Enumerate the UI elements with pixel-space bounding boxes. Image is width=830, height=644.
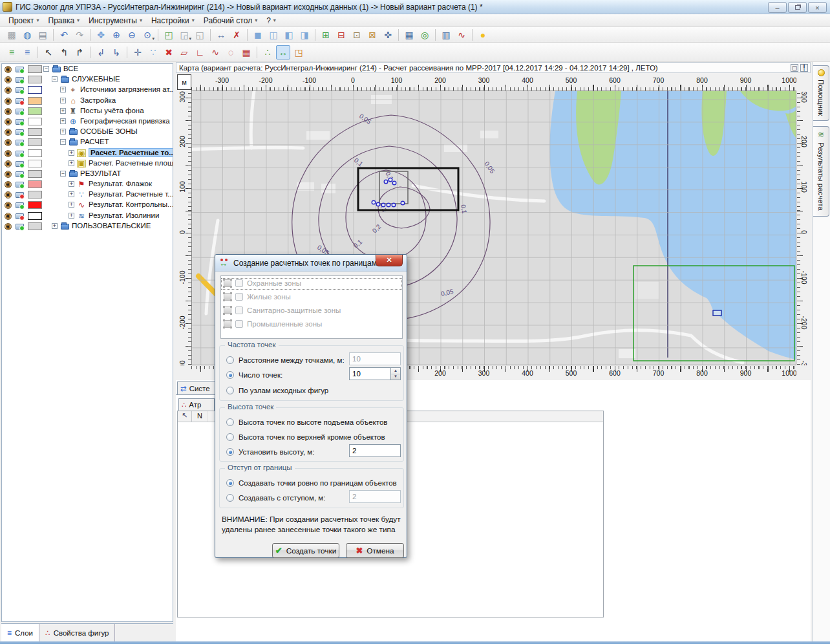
print-icon[interactable] <box>16 161 24 167</box>
visibility-icon[interactable] <box>5 118 12 125</box>
tree-label[interactable]: Расчет. Расчетные то... <box>89 148 173 157</box>
calculation-point[interactable] <box>392 203 396 207</box>
spinner-down-icon[interactable]: ▼ <box>391 374 400 380</box>
collapse-icon[interactable]: − <box>60 171 66 177</box>
layer-swatch[interactable] <box>28 201 42 209</box>
zone-checkbox[interactable] <box>235 293 243 301</box>
zone-item[interactable]: Жилые зоны <box>221 292 402 303</box>
distance-input[interactable] <box>349 352 401 365</box>
radio-count[interactable]: Число точек: <box>226 370 282 380</box>
cancel-button[interactable]: ✖Отмена <box>346 543 404 558</box>
visibility-icon[interactable] <box>5 202 12 209</box>
count-input[interactable] <box>349 367 391 380</box>
menu-item-1[interactable]: Правка▾ <box>44 15 85 27</box>
shape-subtract-icon[interactable]: ◫ <box>266 28 281 42</box>
undo-icon[interactable]: ↶ <box>57 28 71 42</box>
radio-count-circle[interactable] <box>226 371 234 379</box>
radio-height-rise[interactable]: Высота точек по высоте подъема объектов <box>226 417 387 427</box>
expand-icon[interactable]: + <box>60 129 66 134</box>
minimize-button[interactable]: – <box>768 2 787 13</box>
zone-checkbox[interactable] <box>235 279 243 287</box>
menu-item-2[interactable]: Инструменты▾ <box>84 15 147 27</box>
menu-item-4[interactable]: Рабочий стол▾ <box>199 15 262 27</box>
count-spinner[interactable]: ▲▼ <box>391 367 401 380</box>
zone-item[interactable]: Промышленные зоны <box>221 319 402 330</box>
expand-icon[interactable]: + <box>69 191 74 197</box>
tree-label[interactable]: Источники загрязнения ат... <box>80 85 173 93</box>
select-cursor-icon[interactable]: ↖ <box>41 45 56 59</box>
dialog-title-bar[interactable]: ↔ Создание расчетных точек по границам ✕ <box>215 255 407 272</box>
visibility-icon[interactable] <box>5 98 12 105</box>
height-input[interactable] <box>349 444 401 457</box>
visibility-icon[interactable] <box>5 87 12 94</box>
zoom-options-icon[interactable]: ⊙▾ <box>140 28 154 42</box>
edit-path-nodes-icon[interactable]: ∿ <box>208 45 222 59</box>
zoom-objects-icon[interactable]: ◎ <box>418 28 432 42</box>
dialog-close-button[interactable]: ✕ <box>376 255 403 266</box>
grid-settings-icon[interactable]: ▦ <box>402 28 416 42</box>
zone-checkbox[interactable] <box>235 306 243 314</box>
expand-icon[interactable]: + <box>69 202 74 208</box>
tree-row[interactable]: +ПОЛЬЗОВАТЕЛЬСКИЕ <box>2 221 173 231</box>
calculation-point[interactable] <box>388 178 392 182</box>
tree-row[interactable]: +∿Результат. Контрольны... <box>2 200 173 210</box>
print-icon[interactable] <box>16 87 24 93</box>
edit-ellipse-nodes-icon[interactable]: ◌ <box>224 45 238 59</box>
expand-icon[interactable]: + <box>69 160 74 166</box>
tree-row[interactable]: +◉Расчет. Расчетные то... <box>2 148 173 158</box>
visibility-icon[interactable] <box>5 66 12 73</box>
tree-row[interactable]: +≋Результат. Изолинии <box>2 211 173 221</box>
layer-swatch[interactable] <box>28 138 42 146</box>
points-pair-icon[interactable]: ∵ <box>146 45 160 59</box>
radio-height-set[interactable]: Установить высоту, м: <box>226 447 314 457</box>
expand-icon[interactable]: + <box>69 213 74 219</box>
tab-figure-properties[interactable]: ∴Свойства фигур <box>39 624 115 641</box>
layer-add-icon[interactable]: ≡ <box>5 45 19 59</box>
expand-icon[interactable]: + <box>60 87 66 92</box>
redo-icon[interactable]: ↷ <box>72 28 87 42</box>
tree-label[interactable]: Результат. Изолинии <box>89 211 159 219</box>
visibility-icon[interactable] <box>5 191 12 199</box>
print-icon[interactable] <box>16 192 24 198</box>
layers-tree[interactable]: −ВСЕ−СЛУЖЕБНЫЕ+⌖Источники загрязнения ат… <box>1 63 173 622</box>
vertical-tab-calc-results[interactable]: ≋Результаты расчета <box>813 126 829 217</box>
layer-swatch[interactable] <box>28 65 42 73</box>
expand-icon[interactable]: + <box>60 98 66 103</box>
layer-swatch[interactable] <box>28 170 42 178</box>
tree-row[interactable]: +▣Расчет. Расчетные площ... <box>2 158 173 169</box>
tree-label[interactable]: Расчет. Расчетные площ... <box>89 159 173 167</box>
tree-row[interactable]: +⚑Результат. Флажок <box>2 179 173 189</box>
visibility-icon[interactable] <box>5 139 12 146</box>
tree-row[interactable]: +⌂Застройка <box>2 96 173 106</box>
tree-label[interactable]: ПОЛЬЗОВАТЕЛЬСКИЕ <box>72 222 151 230</box>
select-undo-icon[interactable]: ↳ <box>109 45 123 59</box>
tree-row[interactable]: +ОСОБЫЕ ЗОНЫ <box>2 127 173 137</box>
edit-edge-icon[interactable]: ∟ <box>193 45 207 59</box>
layer-swatch[interactable] <box>28 212 42 220</box>
visibility-icon[interactable] <box>5 171 12 178</box>
calculation-point[interactable] <box>376 202 380 206</box>
node-move-icon[interactable]: ✜ <box>381 28 395 42</box>
tree-label[interactable]: СЛУЖЕБНЫЕ <box>72 75 120 83</box>
print-icon[interactable] <box>16 129 24 135</box>
menu-item-0[interactable]: Проект▾ <box>4 15 44 27</box>
move-tool-icon[interactable]: ✛ <box>131 45 145 59</box>
tree-row[interactable]: −СЛУЖЕБНЫЕ <box>2 74 173 85</box>
print-icon[interactable] <box>16 140 24 145</box>
layer-swatch[interactable] <box>28 107 42 115</box>
collapse-icon[interactable]: − <box>52 76 58 82</box>
visibility-icon[interactable] <box>5 223 12 230</box>
layer-swatch[interactable] <box>28 76 42 83</box>
visibility-icon[interactable] <box>5 76 12 83</box>
frame-apply-icon[interactable]: ◲▾ <box>177 28 191 42</box>
visibility-icon[interactable] <box>5 150 12 157</box>
radio-distance-circle[interactable] <box>226 356 234 364</box>
visibility-icon[interactable] <box>5 160 12 167</box>
restore-button[interactable] <box>788 2 807 13</box>
visibility-icon[interactable] <box>5 213 12 220</box>
layer-swatch[interactable] <box>28 118 42 125</box>
expand-icon[interactable]: + <box>60 118 66 124</box>
tree-label[interactable]: Посты учёта фона <box>80 107 144 114</box>
print-icon[interactable] <box>16 182 24 188</box>
measure-ruler-icon[interactable]: ↔ <box>214 28 228 42</box>
